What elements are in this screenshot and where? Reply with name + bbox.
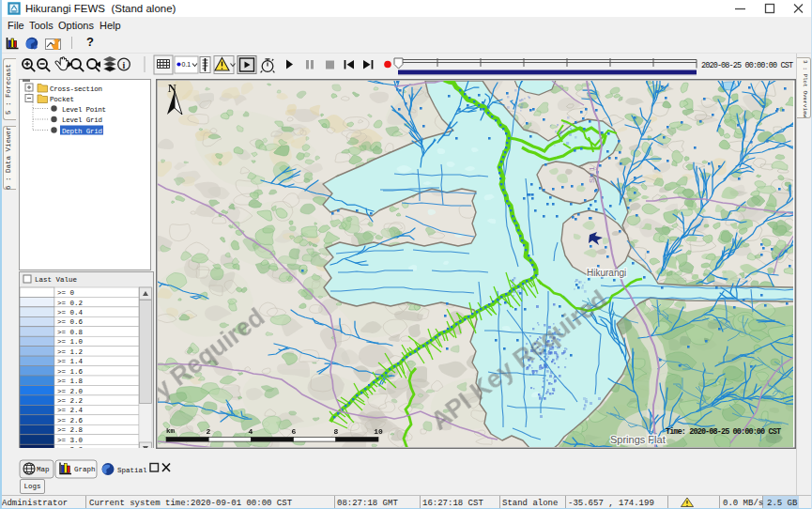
- svg-text:0.0 MB/s: 0.0 MB/s: [723, 499, 763, 508]
- svg-text:-35.657 , 174.199: -35.657 , 174.199: [568, 499, 654, 508]
- svg-text:Spatial: Spatial: [117, 467, 147, 474]
- svg-text:>= 0.8: >= 0.8: [57, 329, 83, 336]
- svg-text:Depth Grid: Depth Grid: [62, 128, 102, 135]
- svg-text:8: 8: [334, 427, 339, 436]
- svg-text:Map: Map: [37, 466, 50, 473]
- svg-text:Time: 2020-08-25 00:00:00 CST: Time: 2020-08-25 00:00:00 CST: [666, 427, 781, 437]
- svg-text:>= 1.6: >= 1.6: [57, 368, 84, 376]
- svg-text:08:27:18 GMT: 08:27:18 GMT: [337, 499, 398, 508]
- svg-text:Springs Flat: Springs Flat: [610, 434, 666, 445]
- svg-text:Level Grid: Level Grid: [62, 116, 102, 124]
- svg-text:Stand alone: Stand alone: [502, 499, 558, 508]
- svg-text:Administrator: Administrator: [2, 499, 68, 508]
- svg-text:>= 0.2: >= 0.2: [57, 300, 83, 307]
- svg-text:Graph: Graph: [74, 466, 96, 473]
- svg-text:km: km: [166, 427, 176, 435]
- svg-text:>= 1.8: >= 1.8: [57, 378, 83, 385]
- svg-text:2020-08-25 00:00:00 CST: 2020-08-25 00:00:00 CST: [701, 61, 793, 70]
- svg-text:2.5 GB: 2.5 GB: [767, 499, 798, 508]
- svg-text:>= 2.4: >= 2.4: [57, 407, 84, 414]
- svg-text:10: 10: [374, 427, 383, 436]
- svg-text:>= 3.0: >= 3.0: [57, 437, 84, 444]
- svg-text:16:27:18 CST: 16:27:18 CST: [422, 499, 483, 508]
- svg-text:>= 2.0: >= 2.0: [57, 388, 84, 395]
- svg-text:6: 6: [292, 427, 297, 436]
- svg-text:Level Point: Level Point: [62, 106, 106, 114]
- svg-text:>= 2.8: >= 2.8: [57, 426, 83, 434]
- svg-text:4: 4: [249, 427, 253, 436]
- svg-text:>= 1.2: >= 1.2: [57, 348, 83, 356]
- svg-text:SH 1: SH 1: [588, 166, 596, 183]
- svg-text:>= 0.4: >= 0.4: [57, 309, 84, 316]
- svg-text:Hikurangi: Hikurangi: [587, 268, 626, 278]
- svg-text:2: 2: [207, 427, 211, 436]
- svg-text:>= 1.4: >= 1.4: [57, 358, 84, 365]
- svg-text:i: i: [123, 60, 126, 70]
- svg-text:Pocket: Pocket: [50, 96, 74, 103]
- svg-text:>= 0: >= 0: [57, 289, 75, 297]
- svg-text:>= 2.2: >= 2.2: [57, 397, 83, 405]
- svg-text:>= 0.6: >= 0.6: [57, 318, 84, 326]
- svg-text:>= 2.6: >= 2.6: [57, 417, 84, 424]
- svg-text:Current system time:2020-09-01: Current system time:2020-09-01 00:00 CST: [89, 499, 293, 508]
- svg-text:Cross-section: Cross-section: [50, 85, 102, 93]
- svg-text:>= 1.0: >= 1.0: [57, 338, 84, 346]
- svg-text:0.1: 0.1: [182, 61, 192, 68]
- svg-text:Last Value: Last Value: [35, 276, 77, 284]
